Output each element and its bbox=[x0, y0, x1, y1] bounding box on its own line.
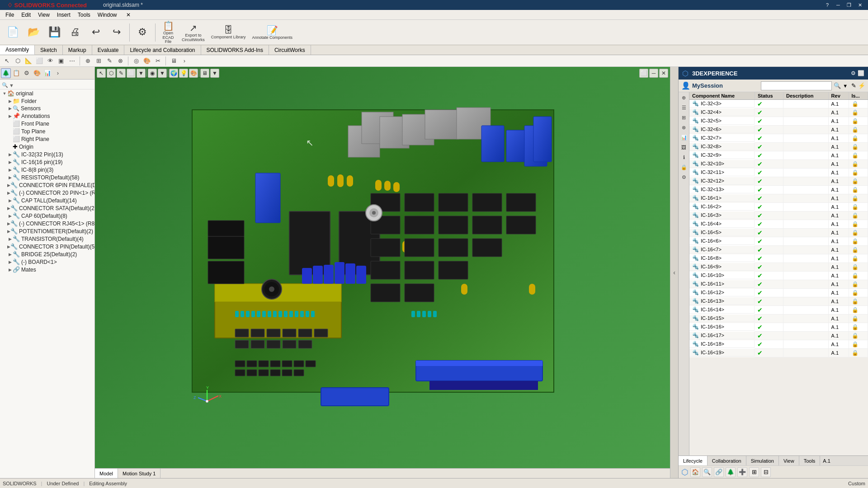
tree-item-ic8[interactable]: ▶ 🔧 IC-8(8 pin)(3) bbox=[0, 166, 94, 174]
rbb-btn7[interactable]: ⊟ bbox=[761, 467, 771, 477]
table-row[interactable]: 🔩IC-16<12>✔A.1🔒 bbox=[689, 289, 868, 297]
vp-chevron3[interactable]: ▼ bbox=[210, 69, 219, 78]
tree-item-cap60[interactable]: ▶ 🔧 CAP 60(Default)(8) bbox=[0, 212, 94, 220]
menu-tab-close[interactable]: ✕ bbox=[123, 11, 134, 19]
subtool-monitor[interactable]: 🖥 bbox=[169, 56, 179, 66]
tree-item-conn20[interactable]: ▶ 🔧 (-) CONNECTOR 20 PIN<1> (R81) bbox=[0, 189, 94, 197]
tree-item-folder[interactable]: ▶ 📁 Folder bbox=[0, 97, 94, 105]
table-row[interactable]: 🔩IC-32<10>✔A.1🔒 bbox=[689, 160, 868, 169]
vp-select-btn[interactable]: ⬡ bbox=[107, 69, 116, 78]
ri-list[interactable]: ☰ bbox=[679, 103, 689, 112]
ri-grid[interactable]: ⊞ bbox=[679, 113, 689, 122]
table-row[interactable]: 🔩IC-16<14>✔A.1🔒 bbox=[689, 306, 868, 314]
vp-box-btn[interactable]: ⬜ bbox=[127, 69, 136, 78]
vp-cursor-btn[interactable]: ↖ bbox=[97, 69, 106, 78]
ri-settings[interactable]: ⚙ bbox=[679, 173, 689, 182]
tree-filter-icon[interactable]: ▼ bbox=[9, 83, 14, 88]
menu-tools[interactable]: Tools bbox=[74, 11, 94, 19]
vp-sketch-btn[interactable]: ✎ bbox=[117, 69, 126, 78]
tree-item-connsata[interactable]: ▶ 🔧 CONNECTOR SATA(Default)(2) bbox=[0, 204, 94, 212]
subtool-s4[interactable]: ⊗ bbox=[115, 56, 125, 66]
rbb-btn6[interactable]: ⊞ bbox=[749, 467, 759, 477]
save-btn[interactable]: 💾 bbox=[44, 21, 64, 44]
subtool-hide[interactable]: ◎ bbox=[131, 56, 141, 66]
table-row[interactable]: 🔩IC-32<4>✔A.1🔒 bbox=[689, 108, 868, 117]
rbb-btn5[interactable]: ➕ bbox=[737, 467, 747, 477]
component-library-btn[interactable]: 🗄 Component Library bbox=[208, 21, 249, 44]
vp-view1[interactable]: 🌍 bbox=[169, 69, 178, 78]
table-row[interactable]: 🔩IC-32<8>✔A.1🔒 bbox=[689, 143, 868, 151]
table-row[interactable]: 🔩IC-16<13>✔A.1🔒 bbox=[689, 297, 868, 306]
table-row[interactable]: 🔩IC-32<13>✔A.1🔒 bbox=[689, 186, 868, 194]
vbt-model[interactable]: Model bbox=[95, 469, 118, 478]
property-manager-btn[interactable]: 📋 bbox=[11, 68, 21, 78]
right-toolbar-1[interactable]: ✎ bbox=[851, 82, 856, 89]
subtool-dim[interactable]: 📐 bbox=[24, 56, 33, 66]
tab-sketch[interactable]: Sketch bbox=[35, 45, 63, 55]
menu-window[interactable]: Window bbox=[94, 11, 121, 19]
table-row[interactable]: 🔩IC-32<6>✔A.1🔒 bbox=[689, 126, 868, 134]
tree-item-potentiometer[interactable]: ▶ 🔧 POTENTIOMETER(Default)(2) bbox=[0, 227, 94, 235]
table-row[interactable]: 🔩IC-32<11>✔A.1🔒 bbox=[689, 169, 868, 177]
tree-item-annotations[interactable]: ▶ 📌 Annotations bbox=[0, 112, 94, 120]
tab-addins[interactable]: SOLIDWORKS Add-Ins bbox=[201, 45, 269, 55]
right-expand-btn[interactable]: ⬜ bbox=[858, 70, 864, 76]
subtool-render[interactable]: 🎨 bbox=[142, 56, 152, 66]
table-row[interactable]: 🔩IC-16<5>✔A.1🔒 bbox=[689, 229, 868, 237]
right-settings-btn[interactable]: ⚙ bbox=[851, 70, 856, 76]
subtool-s1[interactable]: ⊕ bbox=[83, 56, 93, 66]
subtool-cursor[interactable]: ↖ bbox=[2, 56, 12, 66]
subtool-section[interactable]: ✂ bbox=[153, 56, 163, 66]
rbt-view[interactable]: View bbox=[779, 456, 799, 465]
table-row[interactable]: 🔩IC-16<16>✔A.1🔒 bbox=[689, 323, 868, 332]
rbt-lifecycle[interactable]: Lifecycle bbox=[679, 456, 708, 465]
redo-btn[interactable]: ↪ bbox=[107, 21, 127, 44]
vp-chevron2[interactable]: ▼ bbox=[158, 69, 167, 78]
tab-circuitworks[interactable]: CircuitWorks bbox=[269, 45, 311, 55]
menu-view[interactable]: View bbox=[34, 11, 53, 19]
ri-image[interactable]: 🖼 bbox=[679, 143, 689, 152]
tree-item-ic16[interactable]: ▶ 🔧 IC-16(16 pin)(19) bbox=[0, 158, 94, 166]
search-input[interactable] bbox=[761, 81, 832, 90]
table-row[interactable]: 🔩IC-16<8>✔A.1🔒 bbox=[689, 254, 868, 263]
right-toolbar-2[interactable]: ⚡ bbox=[858, 82, 865, 89]
table-row[interactable]: 🔩IC-16<18>✔A.1🔒 bbox=[689, 340, 868, 349]
ri-home[interactable]: ⊕ bbox=[679, 93, 689, 102]
appearance-btn[interactable]: 🎨 bbox=[32, 68, 42, 78]
subtool-select[interactable]: ⬡ bbox=[13, 56, 23, 66]
menu-edit[interactable]: Edit bbox=[18, 11, 34, 19]
rbb-btn3[interactable]: 🔗 bbox=[714, 467, 724, 477]
vbt-motion[interactable]: Motion Study 1 bbox=[118, 469, 160, 478]
restore-btn[interactable]: ❐ bbox=[844, 1, 854, 9]
tab-evaluate[interactable]: Evaluate bbox=[92, 45, 125, 55]
tree-item-front-plane[interactable]: ⬜ Front Plane bbox=[0, 120, 94, 127]
subtool-display[interactable]: ▣ bbox=[56, 56, 66, 66]
viewport[interactable]: ↖ ⬡ ✎ ⬜ ▼ ◉ ▼ 🌍 💡 🎨 🖥 ▼ ⬜ ─ ✕ bbox=[95, 67, 670, 478]
vp-render[interactable]: 💡 bbox=[179, 69, 188, 78]
feature-tree-btn[interactable]: 🌲 bbox=[1, 68, 11, 78]
tree-item-transistor[interactable]: ▶ 🔧 TRANSISTOR(Default)(4) bbox=[0, 235, 94, 243]
table-row[interactable]: 🔩IC-32<7>✔A.1🔒 bbox=[689, 134, 868, 143]
tree-item-sensors[interactable]: ▶ 🔍 Sensors bbox=[0, 105, 94, 112]
config-manager-btn[interactable]: ⚙ bbox=[22, 68, 32, 78]
table-row[interactable]: 🔩IC-16<1>✔A.1🔒 bbox=[689, 194, 868, 203]
rbb-btn2[interactable]: 🔍 bbox=[702, 467, 712, 477]
undo-btn[interactable]: ↩ bbox=[86, 21, 106, 44]
tree-item-captall[interactable]: ▶ 🔧 CAP TALL(Default)(14) bbox=[0, 197, 94, 204]
menu-file[interactable]: File bbox=[2, 11, 18, 19]
minimize-btn[interactable]: ─ bbox=[834, 1, 843, 9]
tree-item-resistor[interactable]: ▶ 🔧 RESISTOR(Default)(58) bbox=[0, 174, 94, 181]
tree-item-conn3pin[interactable]: ▶ 🔧 CONNECTOR 3 PIN(Default)(5) bbox=[0, 243, 94, 250]
table-row[interactable]: 🔩IC-16<10>✔A.1🔒 bbox=[689, 272, 868, 280]
tree-item-mates[interactable]: ▶ 🔗 Mates bbox=[0, 266, 94, 273]
tree-item-origin[interactable]: ✚ Origin bbox=[0, 143, 94, 150]
table-row[interactable]: 🔩IC-16<9>✔A.1🔒 bbox=[689, 263, 868, 272]
table-row[interactable]: 🔩IC-16<17>✔A.1🔒 bbox=[689, 332, 868, 340]
tree-item-top-plane[interactable]: ⬜ Top Plane bbox=[0, 127, 94, 135]
subtool-s2[interactable]: ⊞ bbox=[94, 56, 104, 66]
help-btn[interactable]: ? bbox=[823, 1, 832, 9]
tree-item-connrj45[interactable]: ▶ 🔧 (-) CONNECTOR RJ45<1> (R89) bbox=[0, 220, 94, 227]
vp-display2[interactable]: 🎨 bbox=[189, 69, 198, 78]
tree-root[interactable]: ▼ 🏠 original bbox=[0, 89, 94, 97]
table-row[interactable]: 🔩IC-16<4>✔A.1🔒 bbox=[689, 220, 868, 229]
